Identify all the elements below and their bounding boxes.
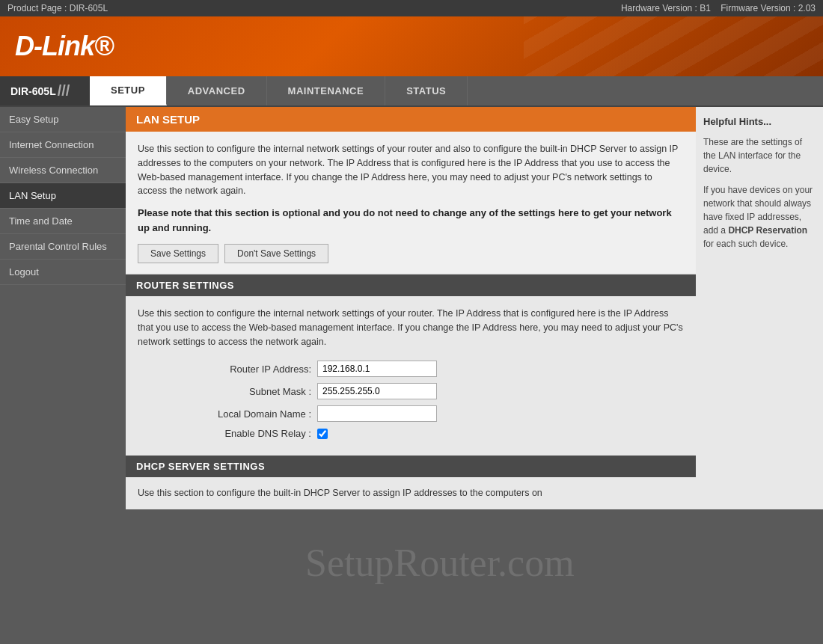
nav-model-icon: /// bbox=[58, 82, 70, 99]
version-info: Hardware Version : B1 Firmware Version :… bbox=[621, 3, 816, 13]
sidebar-item-lan-setup[interactable]: LAN Setup bbox=[0, 183, 126, 209]
hints-text1: These are the settings of the LAN interf… bbox=[703, 135, 816, 176]
nav-model: DIR-605L /// bbox=[0, 76, 90, 105]
dhcp-description: Use this section to configure the built-… bbox=[138, 486, 684, 500]
product-label: Product Page : DIR-605L bbox=[7, 3, 108, 13]
dhcp-settings-header: DHCP SERVER SETTINGS bbox=[126, 456, 696, 477]
router-ip-row: Router IP Address: bbox=[198, 361, 684, 377]
tab-advanced[interactable]: ADVANCED bbox=[167, 76, 267, 105]
hints-panel: Helpful Hints... These are the settings … bbox=[696, 107, 823, 509]
sidebar-item-time-and-date[interactable]: Time and Date bbox=[0, 209, 126, 234]
watermark: SetupRouter.com bbox=[305, 541, 575, 585]
tab-maintenance[interactable]: MAINTENANCE bbox=[267, 76, 386, 105]
save-settings-button[interactable]: Save Settings bbox=[138, 244, 218, 263]
sidebar-item-easy-setup[interactable]: Easy Setup bbox=[0, 107, 126, 132]
main-layout: Easy Setup Internet Connection Wireless … bbox=[0, 107, 823, 509]
router-settings-header: ROUTER SETTINGS bbox=[126, 275, 696, 296]
sidebar-item-internet-connection[interactable]: Internet Connection bbox=[0, 132, 126, 158]
sidebar-item-logout[interactable]: Logout bbox=[0, 260, 126, 285]
enable-dns-checkbox[interactable] bbox=[317, 429, 328, 439]
form-table: Router IP Address: Subnet Mask : Local D… bbox=[198, 361, 684, 439]
router-settings-content: Use this section to configure the intern… bbox=[126, 296, 696, 456]
dlink-logo: D-Link® bbox=[15, 31, 114, 62]
lan-setup-header: LAN SETUP bbox=[126, 107, 696, 132]
lan-setup-bold-note: Please note that this section is optiona… bbox=[138, 206, 684, 235]
router-ip-label: Router IP Address: bbox=[198, 364, 317, 375]
button-row: Save Settings Don't Save Settings bbox=[138, 244, 684, 263]
router-ip-input[interactable] bbox=[317, 361, 437, 377]
subnet-mask-input[interactable] bbox=[317, 383, 437, 399]
subnet-mask-row: Subnet Mask : bbox=[198, 383, 684, 399]
sidebar-item-wireless-connection[interactable]: Wireless Connection bbox=[0, 158, 126, 183]
local-domain-input[interactable] bbox=[317, 405, 437, 422]
local-domain-row: Local Domain Name : bbox=[198, 405, 684, 422]
hints-title: Helpful Hints... bbox=[703, 114, 816, 129]
content-and-hints: LAN SETUP Use this section to configure … bbox=[126, 107, 823, 509]
lan-setup-box: Use this section to configure the intern… bbox=[126, 132, 696, 275]
enable-dns-row: Enable DNS Relay : bbox=[198, 428, 684, 439]
lan-setup-description: Use this section to configure the intern… bbox=[138, 142, 684, 198]
header: D-Link® bbox=[0, 16, 823, 76]
sidebar: Easy Setup Internet Connection Wireless … bbox=[0, 107, 126, 509]
tab-setup[interactable]: SETUP bbox=[90, 76, 167, 105]
top-bar: Product Page : DIR-605L Hardware Version… bbox=[0, 0, 823, 16]
dont-save-settings-button[interactable]: Don't Save Settings bbox=[224, 244, 328, 263]
enable-dns-label: Enable DNS Relay : bbox=[198, 428, 317, 439]
nav-bar: DIR-605L /// SETUP ADVANCED MAINTENANCE … bbox=[0, 76, 823, 107]
sidebar-item-parental-control[interactable]: Parental Control Rules bbox=[0, 234, 126, 260]
local-domain-label: Local Domain Name : bbox=[198, 408, 317, 420]
tab-status[interactable]: STATUS bbox=[385, 76, 468, 105]
dhcp-settings-content: Use this section to configure the built-… bbox=[126, 477, 696, 509]
router-settings-description: Use this section to configure the intern… bbox=[138, 307, 684, 349]
dhcp-section: DHCP SERVER SETTINGS Use this section to… bbox=[126, 456, 696, 509]
hints-text2: If you have devices on your network that… bbox=[703, 183, 816, 251]
subnet-mask-label: Subnet Mask : bbox=[198, 386, 317, 397]
content-main: LAN SETUP Use this section to configure … bbox=[126, 107, 696, 509]
router-settings-box: ROUTER SETTINGS Use this section to conf… bbox=[126, 275, 696, 456]
